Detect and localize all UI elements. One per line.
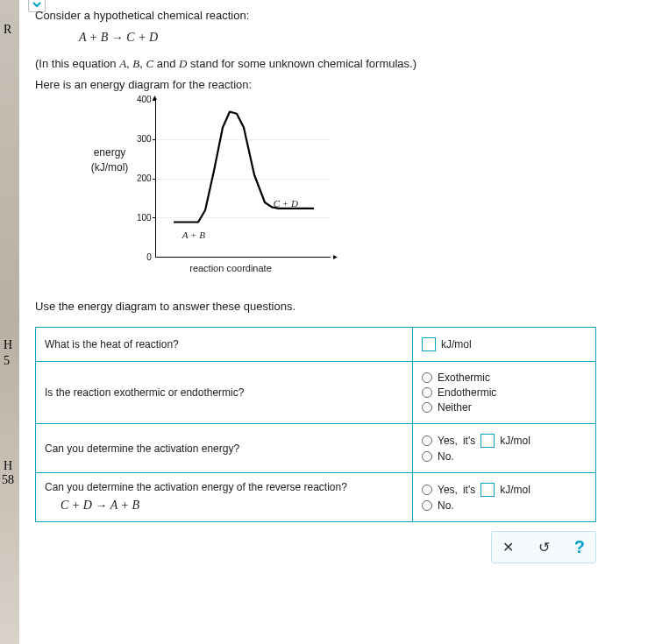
q3-value-input[interactable]	[480, 434, 495, 448]
q4-value-input[interactable]	[480, 483, 495, 497]
plot-area: ▴ ▸ A + B C + D	[155, 100, 331, 258]
q2-text: Is the reaction exothermic or endothermi…	[36, 362, 413, 424]
radio-q3-yes[interactable]	[422, 435, 432, 446]
heat-input[interactable]	[422, 337, 436, 351]
q4-cell: Can you determine the activation energy …	[36, 473, 413, 522]
y-axis-label: energy (kJ/mol)	[82, 100, 137, 175]
close-button[interactable]: ✕	[502, 539, 514, 556]
x-axis-label: reaction coordinate	[137, 263, 324, 273]
left-cropped-sliver: R H 5 H 58	[0, 0, 19, 644]
question-table: What is the heat of reaction? kJ/mol Is …	[35, 327, 596, 522]
problem-content: Consider a hypothetical chemical reactio…	[35, 5, 653, 563]
products-label: C + D	[274, 198, 298, 209]
heat-unit: kJ/mol	[441, 338, 472, 350]
diagram-intro: Here is an energy diagram for the reacti…	[35, 78, 653, 91]
questions-intro: Use the energy diagram to answer these q…	[35, 300, 653, 313]
q4-text: Can you determine the activation energy …	[45, 481, 403, 493]
radio-q4-yes[interactable]	[422, 485, 432, 495]
radio-endothermic[interactable]	[422, 387, 432, 398]
forward-equation: A + B → C + D	[79, 31, 653, 45]
reset-button[interactable]: ↺	[538, 539, 550, 556]
action-toolbar: ✕ ↺ ?	[35, 531, 596, 563]
intro-text: Consider a hypothetical chemical reactio…	[35, 9, 653, 22]
q3-text: Can you determine the activation energy?	[36, 424, 413, 473]
radio-q4-no[interactable]	[422, 500, 432, 511]
help-button[interactable]: ?	[574, 537, 585, 557]
radio-q3-no[interactable]	[422, 451, 432, 462]
variable-explanation: (In this equation A, B, C and D stand fo…	[35, 57, 653, 71]
energy-diagram: energy (kJ/mol) 400 300 200 100 0 ▴ ▸	[82, 100, 363, 273]
radio-neither[interactable]	[422, 402, 432, 413]
reactants-label: A + B	[182, 230, 205, 240]
q1-text: What is the heat of reaction?	[36, 328, 413, 362]
radio-exothermic[interactable]	[422, 372, 432, 383]
reverse-equation: C + D → A + B	[61, 499, 403, 513]
